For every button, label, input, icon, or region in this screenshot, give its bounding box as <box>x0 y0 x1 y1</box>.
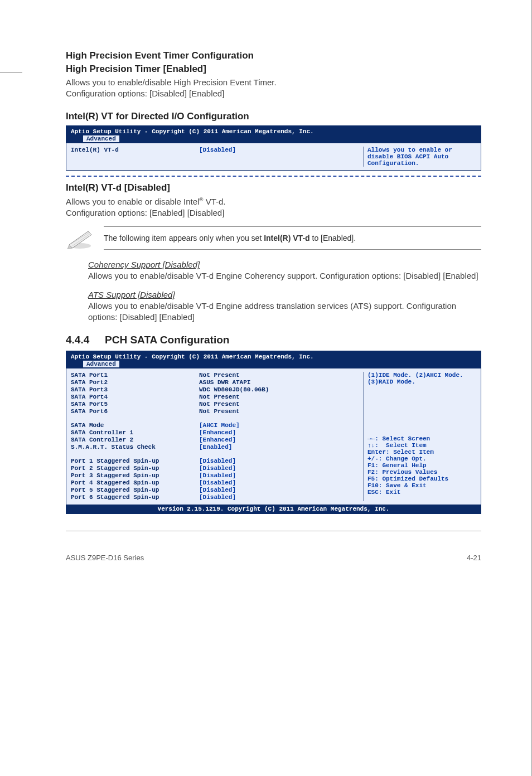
bios2-row-label: SATA Port1 <box>71 372 199 379</box>
bios2-row-value: [Disabled] <box>199 458 236 464</box>
vtio-title: Intel(R) VT for Directed I/O Configurati… <box>66 111 481 122</box>
page-footer: ASUS Z9PE-D16 Series 4-21 <box>66 554 481 562</box>
bios2-row-label: SATA Mode <box>71 422 199 429</box>
bios2-header: Aptio Setup Utility - Copyright (C) 2011… <box>66 351 481 361</box>
pch-num: 4.4.4 <box>66 334 105 346</box>
bios2-row[interactable]: SATA Port2ASUS DWR ATAPI <box>71 379 364 386</box>
bios1-tab-advanced[interactable]: Advanced <box>83 135 119 142</box>
bios2-row-label: S.M.A.R.T. Status Check <box>71 444 199 450</box>
vtd-desc-post: VT-d. <box>204 197 226 206</box>
bios2-row[interactable]: Port 2 Staggered Spin-up[Disabled] <box>71 465 364 472</box>
pch-title: PCH SATA Configuration <box>105 334 229 346</box>
bios2-row-value: [Disabled] <box>199 472 236 479</box>
note-box: The following item appears only when you… <box>66 226 481 250</box>
bios2-row[interactable]: SATA Port6Not Present <box>71 408 364 415</box>
hpet-config-title: High Precision Event Timer Configuration <box>66 50 481 61</box>
bios2-row[interactable]: SATA Controller 2[Enhanced] <box>71 437 364 443</box>
hpet-timer-title: High Precision Timer [Enabled] <box>66 64 481 75</box>
coherency-desc: Allows you to enable/disable VT-d Engine… <box>88 270 481 282</box>
bios2-row[interactable]: Port 4 Staggered Spin-up[Disabled] <box>71 479 364 486</box>
hpet-desc-line1: Allows you to enable/disable High Precis… <box>66 77 277 87</box>
bios2-row-value: ASUS DWR ATAPI <box>199 379 250 386</box>
vtd-desc: Allows you to enable or disable Intel® V… <box>66 196 481 219</box>
bios-panel-pch-sata: Aptio Setup Utility - Copyright (C) 2011… <box>66 351 481 514</box>
pch-heading: 4.4.4PCH SATA Configuration <box>66 334 481 346</box>
bios2-row-value: [Disabled] <box>199 465 236 472</box>
bios2-help-key: +/-: Change Opt. <box>367 455 477 462</box>
vtd-cfg-options: Configuration options: [Enabled] [Disabl… <box>66 208 224 217</box>
bios1-row-value: [Disabled] <box>199 147 236 153</box>
bios1-row-vtd[interactable]: Intel(R) VT-d [Disabled] <box>71 147 364 153</box>
bios2-row-label: SATA Port4 <box>71 394 199 400</box>
bios2-row-value: Not Present <box>199 372 240 379</box>
bios2-tabrow: Advanced <box>66 361 481 368</box>
bios2-help-key: ↑↓: Select Item <box>367 442 477 449</box>
footer-right: 4-21 <box>467 554 481 562</box>
bios2-row[interactable]: SATA Port4Not Present <box>71 394 364 400</box>
bios2-row[interactable]: Port 3 Staggered Spin-up[Disabled] <box>71 472 364 479</box>
bios-panel-vt-d: Aptio Setup Utility - Copyright (C) 2011… <box>66 125 481 171</box>
bios2-row-value: [Enhanced] <box>199 437 236 443</box>
bios2-row-value: [Disabled] <box>199 487 236 493</box>
bios2-row-label: SATA Port6 <box>71 408 199 415</box>
bios1-row-label: Intel(R) VT-d <box>71 147 199 153</box>
bios2-row-label: Port 1 Staggered Spin-up <box>71 458 199 464</box>
bios2-row-label: SATA Port2 <box>71 379 199 386</box>
ats-title: ATS Support [Disabled] <box>88 290 481 299</box>
bios1-help: Allows you to enable or disable BIOS ACP… <box>364 147 481 167</box>
bios2-row-value: [Disabled] <box>199 479 236 486</box>
crop-mark <box>0 72 22 73</box>
note-text: The following item appears only when you… <box>104 226 481 250</box>
bios2-footer: Version 2.15.1219. Copyright (C) 2011 Am… <box>66 505 481 513</box>
bios2-row[interactable]: SATA Port3WDC WD800JD(80.0GB) <box>71 386 364 393</box>
bios1-header: Aptio Setup Utility - Copyright (C) 2011… <box>66 126 481 135</box>
bios2-row[interactable]: SATA Mode[AHCI Mode] <box>71 422 364 429</box>
bios2-help-key: F10: Save & Exit <box>367 482 477 489</box>
bios2-row-label: Port 4 Staggered Spin-up <box>71 479 199 486</box>
bios2-row-label: Port 3 Staggered Spin-up <box>71 472 199 479</box>
bios2-help-key: F1: General Help <box>367 462 477 469</box>
bios2-row-value: [Disabled] <box>199 494 236 501</box>
bios2-row-value: [AHCI Mode] <box>199 422 240 429</box>
bios2-row-label: Port 5 Staggered Spin-up <box>71 487 199 493</box>
bios2-help-key: F2: Previous Values <box>367 469 477 476</box>
bios2-row-value: Not Present <box>199 401 240 408</box>
note-pencil-icon <box>66 227 94 249</box>
bios2-help-mode: (1)IDE Mode. (2)AHCI Mode. (3)RAID Mode. <box>367 372 477 385</box>
bios2-row-label: SATA Port5 <box>71 401 199 408</box>
bios2-help-key: F5: Optimized Defaults <box>367 476 477 482</box>
note-pre: The following item appears only when you… <box>104 234 264 243</box>
hpet-desc-line2: Configuration options: [Disabled] [Enabl… <box>66 89 224 98</box>
bios2-row-label: SATA Port3 <box>71 386 199 393</box>
bios2-row-label: Port 2 Staggered Spin-up <box>71 465 199 472</box>
footer-left: ASUS Z9PE-D16 Series <box>66 554 144 562</box>
bios2-row[interactable]: SATA Port1Not Present <box>71 372 364 379</box>
bios2-row-label: Port 6 Staggered Spin-up <box>71 494 199 501</box>
bios1-tabrow: Advanced <box>66 135 481 143</box>
bios2-row-label: SATA Controller 1 <box>71 429 199 436</box>
ats-desc: Allows you to enable/disable VT-d Engine… <box>88 300 481 323</box>
bios2-help-key: ESC: Exit <box>367 489 477 496</box>
bios2-row[interactable]: SATA Controller 1[Enhanced] <box>71 429 364 436</box>
ats-block: ATS Support [Disabled] Allows you to ena… <box>88 290 481 323</box>
bios2-row[interactable]: Port 6 Staggered Spin-up[Disabled] <box>71 494 364 501</box>
bios2-row-value: WDC WD800JD(80.0GB) <box>199 386 269 393</box>
bios2-help-key: →←: Select Screen <box>367 435 477 442</box>
bios2-row[interactable]: Port 1 Staggered Spin-up[Disabled] <box>71 458 364 464</box>
bios2-row-value: Not Present <box>199 394 240 400</box>
coherency-block: Coherency Support [Disabled] Allows you … <box>88 260 481 282</box>
note-post: to [Enabled]. <box>310 234 356 243</box>
hpet-desc: Allows you to enable/disable High Precis… <box>66 77 481 100</box>
bios2-row[interactable]: Port 5 Staggered Spin-up[Disabled] <box>71 487 364 493</box>
bios2-row-label: SATA Controller 2 <box>71 437 199 443</box>
bios2-row[interactable]: SATA Port5Not Present <box>71 401 364 408</box>
bios2-row-value: [Enabled] <box>199 444 232 450</box>
vtd-title: Intel(R) VT-d [Disabled] <box>66 182 481 193</box>
bios2-row-value: [Enhanced] <box>199 429 236 436</box>
bios2-tab-advanced[interactable]: Advanced <box>83 361 119 367</box>
footer-rule <box>66 531 481 531</box>
bios2-row-value: Not Present <box>199 408 240 415</box>
bios2-help-key: Enter: Select Item <box>367 449 477 455</box>
vtd-desc-pre: Allows you to enable or disable Intel <box>66 197 199 206</box>
bios2-row[interactable]: S.M.A.R.T. Status Check[Enabled] <box>71 444 364 450</box>
